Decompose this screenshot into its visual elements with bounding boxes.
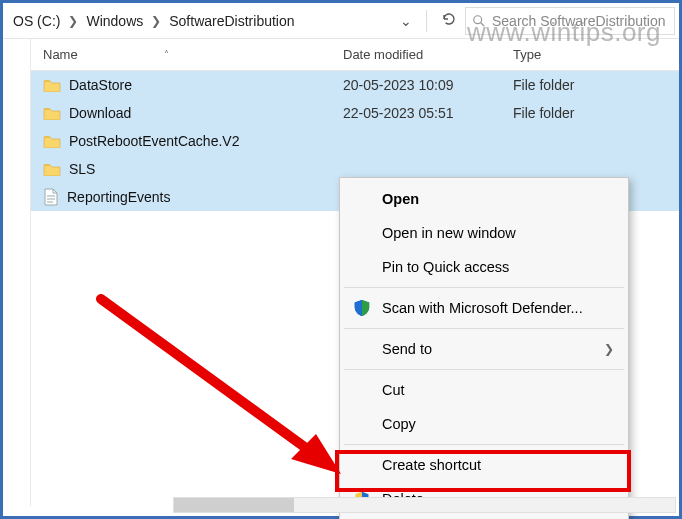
cell-name: ReportingEvents bbox=[31, 188, 331, 206]
blank-icon bbox=[352, 257, 372, 277]
menu-label: Pin to Quick access bbox=[382, 259, 614, 275]
menu-separator bbox=[344, 444, 624, 445]
cell-name: Download bbox=[31, 105, 331, 121]
column-label: Name bbox=[43, 47, 78, 62]
blank-icon bbox=[352, 339, 372, 359]
cell-date: 20-05-2023 10:09 bbox=[331, 77, 501, 93]
svg-line-1 bbox=[481, 22, 485, 26]
context-menu: Open Open in new window Pin to Quick acc… bbox=[339, 177, 629, 519]
menu-label: Scan with Microsoft Defender... bbox=[382, 300, 614, 316]
svg-line-6 bbox=[101, 299, 321, 459]
column-header-type[interactable]: Type bbox=[501, 39, 679, 70]
menu-scan-defender[interactable]: Scan with Microsoft Defender... bbox=[340, 291, 628, 325]
separator bbox=[426, 10, 427, 32]
menu-label: Copy bbox=[382, 416, 614, 432]
menu-send-to[interactable]: Send to ❯ bbox=[340, 332, 628, 366]
address-bar: OS (C:) ❯ Windows ❯ SoftwareDistribution… bbox=[3, 3, 679, 39]
menu-copy[interactable]: Copy bbox=[340, 407, 628, 441]
file-name: Download bbox=[69, 105, 131, 121]
column-header-date[interactable]: Date modified bbox=[331, 39, 501, 70]
cell-type: File folder bbox=[501, 77, 679, 93]
search-placeholder: Search SoftwareDistribution bbox=[492, 13, 666, 29]
file-name: ReportingEvents bbox=[67, 189, 171, 205]
folder-icon bbox=[43, 106, 61, 120]
address-dropdown-icon[interactable]: ⌄ bbox=[392, 9, 420, 33]
svg-point-0 bbox=[474, 15, 482, 23]
blank-icon bbox=[352, 414, 372, 434]
nav-tree-collapsed bbox=[3, 39, 31, 506]
blank-icon bbox=[352, 455, 372, 475]
blank-icon bbox=[352, 380, 372, 400]
annotation-arrow-icon bbox=[81, 279, 381, 499]
menu-label: Open in new window bbox=[382, 225, 614, 241]
cell-name: DataStore bbox=[31, 77, 331, 93]
svg-marker-7 bbox=[291, 434, 341, 474]
menu-label: Send to bbox=[382, 341, 594, 357]
file-row[interactable]: PostRebootEventCache.V2 bbox=[31, 127, 679, 155]
file-name: PostRebootEventCache.V2 bbox=[69, 133, 239, 149]
sort-ascending-icon: ˄ bbox=[164, 49, 169, 60]
column-label: Type bbox=[513, 47, 541, 62]
menu-open-new-window[interactable]: Open in new window bbox=[340, 216, 628, 250]
folder-icon bbox=[43, 134, 61, 148]
folder-icon bbox=[43, 78, 61, 92]
menu-separator bbox=[344, 328, 624, 329]
chevron-right-icon: ❯ bbox=[66, 14, 80, 28]
scrollbar-thumb[interactable] bbox=[174, 498, 294, 512]
breadcrumb-item[interactable]: Windows bbox=[80, 9, 149, 33]
cell-name: PostRebootEventCache.V2 bbox=[31, 133, 331, 149]
defender-shield-icon bbox=[352, 298, 372, 318]
column-header-name[interactable]: Name ˄ bbox=[31, 39, 331, 70]
menu-separator bbox=[344, 369, 624, 370]
blank-icon bbox=[352, 189, 372, 209]
file-name: SLS bbox=[69, 161, 95, 177]
menu-cut[interactable]: Cut bbox=[340, 373, 628, 407]
column-headers: Name ˄ Date modified Type bbox=[31, 39, 679, 71]
refresh-icon[interactable] bbox=[433, 7, 465, 34]
file-name: DataStore bbox=[69, 77, 132, 93]
menu-label: Open bbox=[382, 191, 614, 207]
chevron-right-icon: ❯ bbox=[149, 14, 163, 28]
breadcrumb-item[interactable]: SoftwareDistribution bbox=[163, 9, 300, 33]
menu-create-shortcut[interactable]: Create shortcut bbox=[340, 448, 628, 482]
file-row[interactable]: DataStore20-05-2023 10:09File folder bbox=[31, 71, 679, 99]
blank-icon bbox=[352, 223, 372, 243]
menu-open[interactable]: Open bbox=[340, 182, 628, 216]
folder-icon bbox=[43, 162, 61, 176]
file-row[interactable]: Download22-05-2023 05:51File folder bbox=[31, 99, 679, 127]
menu-label: Create shortcut bbox=[382, 457, 614, 473]
search-icon bbox=[472, 14, 486, 28]
search-input[interactable]: Search SoftwareDistribution bbox=[465, 7, 675, 35]
menu-separator bbox=[344, 287, 624, 288]
menu-label: Cut bbox=[382, 382, 614, 398]
horizontal-scrollbar[interactable] bbox=[173, 497, 676, 513]
cell-name: SLS bbox=[31, 161, 331, 177]
file-list-pane: Name ˄ Date modified Type DataStore20-05… bbox=[31, 39, 679, 506]
menu-pin-quick-access[interactable]: Pin to Quick access bbox=[340, 250, 628, 284]
cell-date: 22-05-2023 05:51 bbox=[331, 105, 501, 121]
breadcrumb-item[interactable]: OS (C:) bbox=[7, 9, 66, 33]
cell-type: File folder bbox=[501, 105, 679, 121]
text-file-icon bbox=[43, 188, 59, 206]
column-label: Date modified bbox=[343, 47, 423, 62]
chevron-right-icon: ❯ bbox=[604, 342, 614, 356]
